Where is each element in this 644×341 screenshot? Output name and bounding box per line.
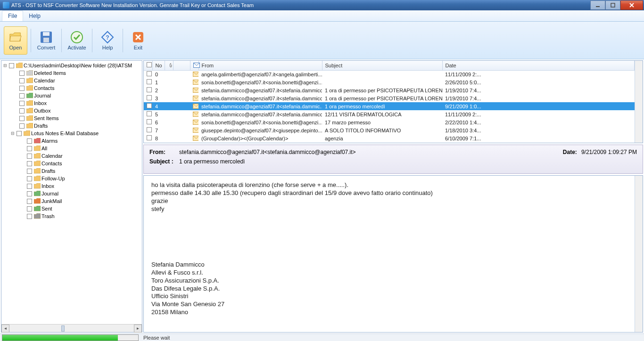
cell-date: 11/11/2009 2:...	[442, 110, 635, 118]
cell-date: 11/11/2009 2:...	[442, 70, 635, 78]
tree-checkbox[interactable]	[27, 184, 32, 189]
tree-item[interactable]: Calendar	[1, 152, 142, 160]
tree-item[interactable]: Drafts	[1, 167, 142, 175]
tree-checkbox[interactable]	[27, 169, 32, 174]
col-envelope[interactable]	[190, 61, 198, 70]
menu-file[interactable]: File	[2, 10, 23, 21]
tree-root[interactable]: ⊟C:\Users\admin\Desktop\New folder (28)\…	[1, 62, 142, 69]
collapse-icon[interactable]: ⊟	[2, 63, 8, 68]
minimize-button[interactable]	[590, 0, 605, 10]
cell-no: 0	[152, 70, 165, 78]
message-row[interactable]: 6sonia.bonetti@agenziaf07.it<sonia.bonet…	[144, 118, 635, 126]
col-no[interactable]: No	[152, 61, 165, 70]
exit-button[interactable]: Exit	[126, 26, 150, 55]
col-checkbox[interactable]	[144, 61, 152, 70]
envelope-icon	[190, 134, 198, 142]
tree-item[interactable]: Outbox	[1, 107, 142, 114]
separator	[92, 29, 92, 52]
activate-button[interactable]: Activate	[65, 26, 89, 55]
tree-checkbox[interactable]	[19, 116, 25, 121]
row-checkbox[interactable]	[147, 135, 152, 140]
row-checkbox[interactable]	[147, 103, 152, 108]
col-subject[interactable]: Subject	[322, 61, 442, 70]
envelope-icon	[190, 86, 198, 94]
grid-vertical-scrollbar[interactable]	[635, 61, 643, 143]
message-row[interactable]: 4stefania.dammicco@agenziaf07.it<stefani…	[144, 102, 635, 110]
row-checkbox[interactable]	[147, 71, 152, 76]
subject-value: 1 ora permesso mercoledì	[179, 158, 245, 165]
tree-checkbox[interactable]	[27, 214, 32, 219]
collapse-icon[interactable]: ⊟	[10, 131, 16, 136]
body-vertical-scrollbar[interactable]	[635, 176, 643, 332]
tree-checkbox[interactable]	[9, 63, 14, 68]
message-row[interactable]: 5stefania.dammicco@agenziaf07.it<stefani…	[144, 110, 635, 118]
open-button[interactable]: Open	[4, 26, 27, 55]
close-button[interactable]	[620, 0, 643, 10]
tree-checkbox[interactable]	[17, 131, 22, 136]
tree-checkbox[interactable]	[19, 123, 25, 129]
tree-checkbox[interactable]	[27, 199, 32, 204]
row-checkbox[interactable]	[147, 127, 152, 132]
tree-item[interactable]: Journal	[1, 92, 142, 99]
tree-checkbox[interactable]	[19, 86, 25, 91]
maximize-button[interactable]	[605, 0, 620, 10]
tree-item[interactable]: JunkMail	[1, 197, 142, 205]
help-diamond-icon: ?	[101, 31, 114, 44]
convert-button[interactable]: Convert	[34, 26, 58, 55]
menu-help[interactable]: Help	[23, 10, 46, 21]
tree-item[interactable]: Trash	[1, 212, 142, 220]
row-checkbox[interactable]	[147, 87, 152, 92]
tree-item[interactable]: Deleted Items	[1, 69, 142, 77]
tree-checkbox[interactable]	[27, 138, 32, 144]
row-checkbox[interactable]	[147, 79, 152, 84]
message-row[interactable]: 1sonia.bonetti@agenziaf07.it<sonia.bonet…	[144, 78, 635, 86]
message-row[interactable]: 3stefania.dammicco@agenziaf07.it<stefani…	[144, 94, 635, 102]
tree-item[interactable]: Sent	[1, 205, 142, 212]
from-value: stefania.dammicco@agenziaf07.it<stefania…	[179, 149, 356, 155]
tree-item[interactable]: Contacts	[1, 84, 142, 92]
tree-checkbox[interactable]	[19, 101, 25, 106]
message-row[interactable]: 7giuseppe.depinto@agenziaf07.it<giuseppe…	[144, 126, 635, 134]
message-row[interactable]: 8(GroupCalendar)><(GroupCalendar)>agenzi…	[144, 134, 635, 142]
tree-checkbox[interactable]	[27, 146, 32, 151]
tree-item[interactable]: Contacts	[1, 160, 142, 167]
scroll-right-arrow[interactable]: ►	[134, 325, 142, 333]
scrollbar-thumb[interactable]	[61, 325, 65, 332]
row-checkbox[interactable]	[147, 95, 152, 100]
tree-horizontal-scrollbar[interactable]: ◄ ►	[1, 324, 142, 332]
row-checkbox[interactable]	[147, 119, 152, 124]
tree-item[interactable]: Drafts	[1, 122, 142, 130]
row-checkbox[interactable]	[147, 111, 152, 116]
tree-checkbox[interactable]	[19, 93, 25, 98]
tree-checkbox[interactable]	[27, 161, 32, 166]
tree-item[interactable]: Inbox	[1, 182, 142, 190]
col-date[interactable]: Date	[442, 61, 635, 70]
scroll-left-arrow[interactable]: ◄	[1, 325, 9, 333]
tree-item[interactable]: Calendar	[1, 77, 142, 84]
tree-checkbox[interactable]	[27, 154, 32, 159]
tree-item[interactable]: Sent Items	[1, 114, 142, 122]
tree-db-node[interactable]: ⊟Lotus Notes E-Mail Database	[1, 130, 142, 137]
help-button[interactable]: ? Help	[96, 26, 119, 55]
tree-item[interactable]: Follow-Up	[1, 175, 142, 182]
tree-checkbox[interactable]	[19, 71, 25, 76]
cell-subject: 12/11 VISITA DERMATOLOGICA	[322, 110, 442, 118]
tree-checkbox[interactable]	[19, 108, 25, 114]
col-from[interactable]: From	[198, 61, 322, 70]
folder-open-icon	[9, 31, 22, 44]
tree-item[interactable]: Journal	[1, 190, 142, 197]
tree-item[interactable]: Alarms	[1, 137, 142, 145]
cell-subject: A SOLO TITOLO INFORMATIVO	[322, 126, 442, 134]
message-row[interactable]: 0angela.galimberti@agenziaf07.it<angela.…	[144, 70, 635, 78]
col-attachment[interactable]	[165, 61, 173, 70]
tree-checkbox[interactable]	[19, 78, 25, 83]
tree-item[interactable]: Inbox	[1, 99, 142, 107]
envelope-icon	[190, 78, 198, 86]
cell-from: stefania.dammicco@agenziaf07.it<stefania…	[198, 86, 322, 94]
tree-checkbox[interactable]	[27, 191, 32, 196]
tree-checkbox[interactable]	[27, 176, 32, 181]
tree-item[interactable]: All	[1, 145, 142, 152]
message-row[interactable]: 2stefania.dammicco@agenziaf07.it<stefani…	[144, 86, 635, 94]
tree-checkbox[interactable]	[27, 206, 32, 211]
col-blank[interactable]	[173, 61, 190, 70]
